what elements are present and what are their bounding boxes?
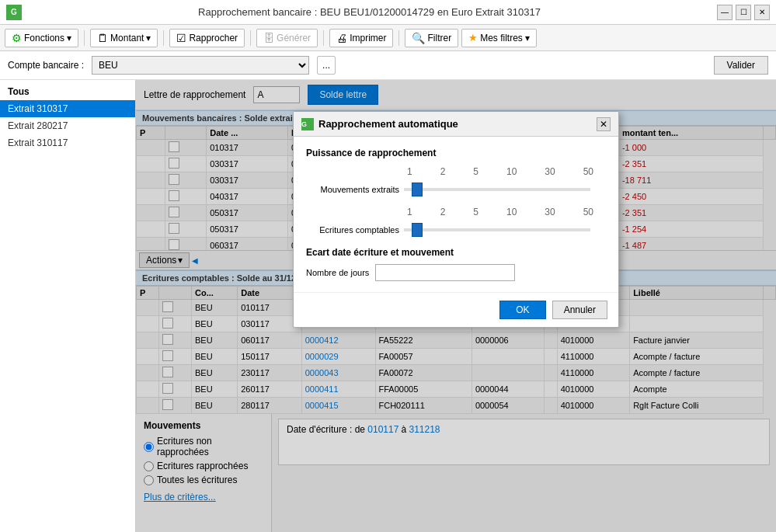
- scale-values: 1 2 5 10 30 50: [407, 166, 593, 177]
- scale-values2: 1 2 5 10 30 50: [407, 207, 593, 217]
- printer-icon: 🖨: [336, 32, 347, 44]
- modal-footer: OK Annuler: [294, 292, 618, 327]
- modal-section2-title: Ecart date écriture et mouvement: [306, 247, 606, 258]
- sidebar-item-extrait-310317[interactable]: Extrait 310317: [0, 100, 135, 117]
- sep4: [323, 30, 324, 46]
- slider-ecritures-container: [404, 221, 590, 239]
- sep1: [84, 30, 85, 46]
- restore-button[interactable]: ☐: [736, 5, 751, 20]
- slider-ecritures-label: Ecritures comptables: [306, 225, 399, 235]
- modal-header: G Rapprochement automatique ✕: [294, 112, 618, 137]
- annuler-button[interactable]: Annuler: [552, 301, 607, 319]
- generer-button[interactable]: 🗄 Générer: [256, 29, 318, 47]
- toolbar: ⚙ Fonctions ▾ 🗒 Montant ▾ ☑ Rapprocher 🗄…: [0, 25, 776, 51]
- compte-bancaire-label: Compte bancaire :: [8, 60, 84, 71]
- account-row: Compte bancaire : BEU ... Fermer Valider: [0, 51, 776, 80]
- window-title: Rapprochement bancaire : BEU BEU1/012000…: [22, 6, 717, 18]
- minimize-button[interactable]: —: [717, 5, 733, 20]
- days-label: Nombre de jours: [306, 268, 369, 277]
- ok-button[interactable]: OK: [499, 301, 545, 319]
- sidebar-title-tous: Tous: [0, 83, 135, 100]
- montant-icon: 🗒: [97, 32, 108, 44]
- sidebar-item-extrait-310117[interactable]: Extrait 310117: [0, 134, 135, 151]
- scale-labels-row2: 1 2 5 10 30 50: [306, 207, 606, 217]
- scale-labels-row: 1 2 5 10 30 50: [306, 166, 606, 177]
- sep3: [250, 30, 251, 46]
- modal-close-button[interactable]: ✕: [597, 117, 611, 131]
- sep5: [398, 30, 399, 46]
- fonctions-chevron-icon: ▾: [67, 33, 71, 43]
- mes-filtres-button[interactable]: ★ Mes filtres ▾: [461, 29, 537, 47]
- modal-header-icon: G: [301, 118, 314, 130]
- generer-icon: 🗄: [263, 32, 274, 44]
- rapprocher-icon: ☑: [176, 32, 186, 44]
- filter-icon: 🔍: [412, 32, 425, 44]
- main-area: Tous Extrait 310317 Extrait 280217 Extra…: [0, 80, 776, 532]
- slider-mouvements-container: [404, 180, 590, 199]
- modal-overlay: G Rapprochement automatique ✕ Puissance …: [136, 80, 776, 532]
- title-bar-left: G: [6, 5, 22, 20]
- window-close-button[interactable]: ✕: [754, 5, 770, 20]
- title-bar: G Rapprochement bancaire : BEU BEU1/0120…: [0, 0, 776, 25]
- imprimer-button[interactable]: 🖨 Imprimer: [329, 29, 393, 47]
- slider-ecritures-thumb[interactable]: [412, 223, 423, 237]
- modal-section1-title: Puissance de rapprochement: [306, 148, 606, 158]
- compte-bancaire-select[interactable]: BEU: [92, 56, 309, 75]
- modal-title: Rapprochement automatique: [318, 118, 597, 130]
- slider-mouvements-track: [404, 188, 590, 191]
- slider-mouvements-row: Mouvements extraits: [306, 180, 606, 199]
- slider-mouvements-label: Mouvements extraits: [306, 185, 399, 194]
- rapprochement-modal: G Rapprochement automatique ✕ Puissance …: [293, 111, 619, 328]
- valider-action-button[interactable]: Valider: [714, 56, 768, 75]
- fonctions-button[interactable]: ⚙ Fonctions ▾: [5, 29, 78, 47]
- gear-icon: ⚙: [12, 32, 22, 44]
- slider-ecritures-track: [404, 228, 590, 231]
- mes-filtres-chevron-icon: ▾: [525, 33, 530, 43]
- star-icon: ★: [468, 32, 478, 43]
- content-area: Lettre de rapprochement Solde lettre Mou…: [136, 80, 776, 532]
- sep2: [163, 30, 164, 46]
- more-button[interactable]: ...: [317, 56, 336, 75]
- montant-button[interactable]: 🗒 Montant ▾: [90, 29, 158, 47]
- filtrer-button[interactable]: 🔍 Filtrer: [405, 29, 458, 47]
- days-row: Nombre de jours: [306, 264, 606, 281]
- slider-ecritures-row: Ecritures comptables: [306, 221, 606, 239]
- title-bar-controls: — ☐ ✕: [717, 5, 770, 20]
- rapprocher-button[interactable]: ☑ Rapprocher: [169, 29, 245, 47]
- sidebar: Tous Extrait 310317 Extrait 280217 Extra…: [0, 80, 136, 532]
- slider-mouvements-thumb[interactable]: [412, 183, 423, 196]
- montant-chevron-icon: ▾: [146, 33, 151, 43]
- days-input[interactable]: [375, 264, 515, 281]
- sidebar-item-extrait-280217[interactable]: Extrait 280217: [0, 117, 135, 134]
- app-icon: G: [6, 5, 22, 20]
- modal-body: Puissance de rapprochement 1 2 5 10 30 5…: [294, 137, 618, 292]
